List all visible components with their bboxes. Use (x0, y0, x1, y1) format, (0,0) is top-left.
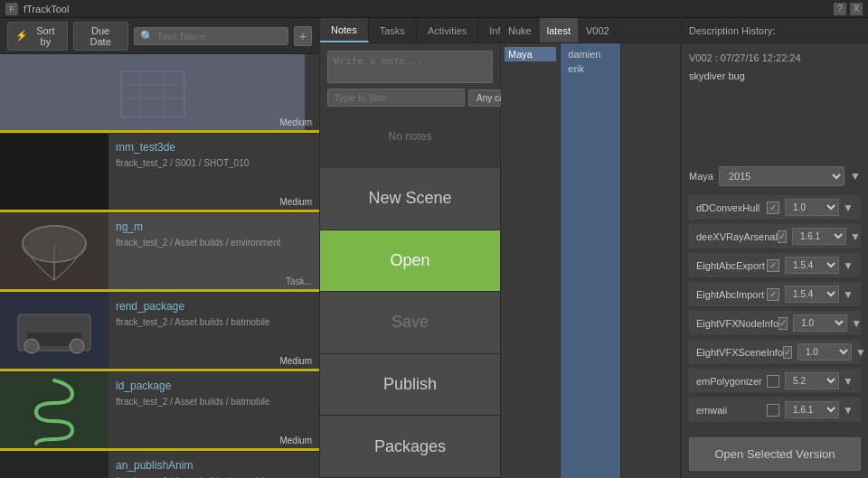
priority-bar (0, 210, 319, 212)
tab-notes[interactable]: Notes (320, 18, 369, 42)
plugin-check[interactable]: ✓ (783, 346, 792, 359)
version-item-damien[interactable]: damien (564, 47, 616, 61)
add-button[interactable]: + (294, 26, 312, 46)
svg-point-9 (24, 339, 39, 353)
task-info: rend_package ftrack_test_2 / Asset build… (108, 293, 319, 371)
notes-area: Any category No notes (320, 43, 500, 168)
note-filter-input[interactable] (327, 89, 465, 107)
plugin-version-select[interactable]: 1.5.4 (785, 257, 839, 274)
maya-expand-icon: ▼ (850, 170, 861, 183)
task-name: an_publishAnim (116, 459, 312, 472)
plugin-check[interactable]: ✓ (778, 317, 788, 330)
maya-label: Maya (689, 171, 713, 182)
task-priority: Medium (279, 197, 312, 207)
plugin-version-select[interactable]: 5.2 (785, 372, 839, 389)
plugin-name: EightAbcExport (696, 260, 767, 271)
bug-description: skydiver bug (689, 69, 861, 85)
plugin-name: emPolygonizer (696, 376, 767, 387)
center-panel: Notes Tasks Activities Info Any category… (320, 18, 501, 478)
right-panel: Description History: V002 : 07/27/16 12:… (682, 18, 868, 478)
task-thumbnail (0, 54, 305, 133)
app-icon: F (5, 3, 18, 15)
version-item-erik[interactable]: erik (564, 61, 616, 76)
plugin-row-empolygonizer: emPolygonizer 5.2 ▼ (689, 369, 861, 394)
svg-point-10 (70, 339, 84, 353)
open-selected-version-button[interactable]: Open Selected Version (689, 437, 861, 471)
chevron-down-icon[interactable]: ▼ (843, 375, 854, 388)
plugin-version-select[interactable]: 1.5.4 (785, 286, 839, 303)
task-name: ld_package (116, 380, 312, 392)
publish-button[interactable]: Publish (320, 354, 500, 417)
chevron-down-icon[interactable]: ▼ (843, 404, 854, 417)
plugin-check[interactable]: ✓ (767, 259, 779, 272)
new-scene-button[interactable]: New Scene (320, 168, 500, 230)
list-item[interactable]: an_publishAnim ftrack_test_2 / Asset bui… (0, 452, 319, 478)
plugin-row-eightabcimport: EightAbcImport ✓ 1.5.4 ▼ (689, 282, 861, 307)
version-col-nuke-items: Maya (501, 43, 561, 478)
chevron-down-icon[interactable]: ▼ (855, 346, 866, 359)
search-input[interactable] (157, 31, 282, 42)
task-priority: Medium (279, 356, 312, 366)
list-item[interactable]: mm_test3de ftrack_test_2 / S001 / SHOT_0… (0, 134, 319, 213)
plugin-check[interactable]: ✓ (767, 202, 779, 214)
tab-activities[interactable]: Activities (417, 18, 478, 42)
task-path: ftrack_test_2 / Asset builds / batmobile (116, 396, 312, 408)
tab-tasks[interactable]: Tasks (369, 18, 417, 42)
plugin-check[interactable]: ✓ (767, 288, 779, 301)
plugin-name: EightAbcImport (696, 289, 767, 300)
main-layout: ⚡ Sort by Due Date 🔍 + (0, 18, 868, 478)
plugin-version-select[interactable]: 1.0 (785, 199, 839, 216)
chevron-down-icon[interactable]: ▼ (843, 259, 854, 272)
task-path: ftrack_test_2 / Asset builds / batmobile (116, 316, 312, 329)
task-info: mm_test3de ftrack_test_2 / S001 / SHOT_0… (108, 134, 319, 212)
no-notes-label: No notes (327, 112, 493, 161)
sort-filter-button[interactable]: ⚡ Sort by (7, 22, 68, 51)
maya-year-select[interactable]: 2015 (719, 166, 844, 186)
chevron-down-icon[interactable]: ▼ (850, 230, 861, 243)
plugin-check[interactable] (767, 375, 779, 388)
plugin-version-select[interactable]: 1.6.1 (792, 228, 846, 245)
plugin-name: EightVFXSceneInfo (696, 347, 783, 358)
plugin-version-select[interactable]: 1.6.1 (785, 401, 839, 418)
task-list: Medium mm_test3de ftrack_test_2 / S001 /… (0, 54, 319, 478)
list-item[interactable]: ld_package ftrack_test_2 / Asset builds … (0, 372, 319, 452)
task-priority: Medium (279, 117, 312, 127)
sort-value-button[interactable]: Due Date (73, 22, 128, 51)
task-path: ftrack_test_2 / S001 / SHOT_010 (116, 157, 312, 170)
tab-bar: Notes Tasks Activities Info (320, 18, 500, 43)
chevron-down-icon[interactable]: ▼ (851, 317, 862, 330)
list-item[interactable]: rend_package ftrack_test_2 / Asset build… (0, 293, 319, 372)
search-icon: 🔍 (140, 30, 154, 42)
task-name: rend_package (116, 300, 312, 313)
filter-icon: ⚡ (15, 30, 28, 42)
chevron-down-icon[interactable]: ▼ (843, 288, 854, 301)
list-item[interactable]: ng_m ftrack_test_2 / Asset builds / envi… (0, 213, 319, 293)
task-info: ld_package ftrack_test_2 / Asset builds … (108, 372, 319, 451)
maya-row: Maya 2015 ▼ (689, 166, 861, 186)
app-title: fTrackTool (24, 4, 834, 14)
version-item-maya[interactable]: Maya (505, 47, 556, 61)
chevron-down-icon[interactable]: ▼ (843, 202, 854, 214)
help-button[interactable]: ? (834, 3, 846, 15)
open-button[interactable]: Open (320, 230, 500, 293)
plugin-name: emwaii (696, 405, 767, 416)
priority-bar (0, 369, 319, 371)
task-thumbnail (0, 213, 108, 292)
plugin-check[interactable] (767, 404, 779, 417)
save-button[interactable]: Save (320, 292, 500, 354)
search-box: 🔍 (134, 27, 288, 45)
close-button[interactable]: X (850, 3, 863, 15)
plugin-check[interactable]: ✓ (778, 230, 787, 243)
note-input[interactable] (327, 51, 493, 83)
plugin-version-select[interactable]: 1.0 (793, 314, 847, 332)
version-col-nuke: Nuke (501, 18, 540, 42)
plugin-row-eightvfxnodeinfo: EightVFXNodeInfo ✓ 1.0 ▼ (689, 311, 861, 336)
task-thumbnail (0, 134, 108, 212)
toolbar: ⚡ Sort by Due Date 🔍 + (0, 18, 319, 54)
plugin-section: Maya 2015 ▼ dDConvexHull ✓ 1.0 ▼ deeXVRa… (682, 159, 868, 430)
task-thumbnail (0, 372, 108, 451)
plugin-version-select[interactable]: 1.0 (797, 343, 852, 361)
version-col-latest: latest (540, 18, 579, 42)
packages-button[interactable]: Packages (320, 416, 500, 478)
list-item[interactable]: Medium (0, 54, 319, 134)
